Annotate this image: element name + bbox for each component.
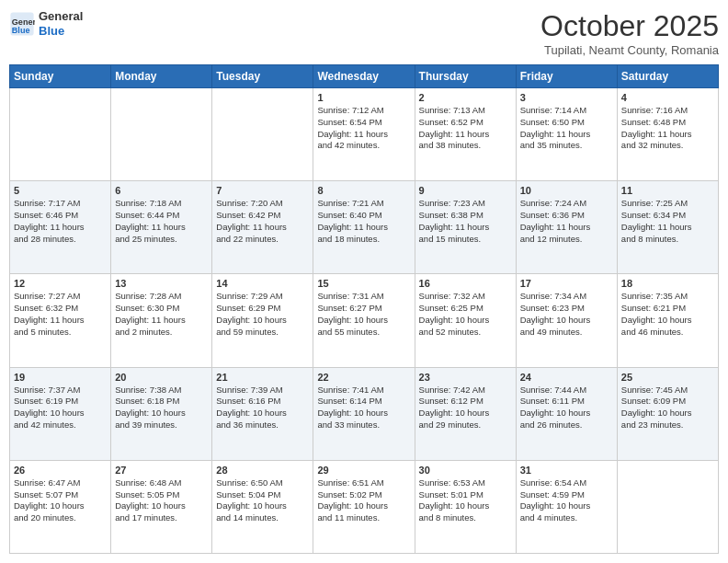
svg-text:Blue: Blue (12, 25, 30, 34)
day-info: Sunrise: 7:38 AM Sunset: 6:18 PM Dayligh… (115, 385, 208, 431)
day-number: 24 (520, 372, 613, 383)
day-number: 14 (216, 278, 309, 289)
calendar-cell: 28Sunrise: 6:50 AM Sunset: 5:04 PM Dayli… (212, 460, 313, 553)
day-info: Sunrise: 7:27 AM Sunset: 6:32 PM Dayligh… (14, 291, 107, 338)
calendar-cell: 31Sunrise: 6:54 AM Sunset: 4:59 PM Dayli… (516, 460, 617, 553)
day-number: 26 (14, 465, 107, 476)
day-number: 27 (115, 465, 208, 476)
calendar-cell: 14Sunrise: 7:29 AM Sunset: 6:29 PM Dayli… (212, 274, 313, 367)
calendar-cell: 19Sunrise: 7:37 AM Sunset: 6:19 PM Dayli… (10, 367, 111, 460)
day-info: Sunrise: 7:45 AM Sunset: 6:09 PM Dayligh… (621, 385, 714, 431)
day-info: Sunrise: 7:31 AM Sunset: 6:27 PM Dayligh… (317, 291, 410, 338)
logo-icon: General Blue (9, 11, 35, 37)
day-number: 20 (115, 372, 208, 383)
day-info: Sunrise: 7:41 AM Sunset: 6:14 PM Dayligh… (317, 385, 410, 431)
calendar-cell: 16Sunrise: 7:32 AM Sunset: 6:25 PM Dayli… (415, 274, 516, 367)
week-row-2: 12Sunrise: 7:27 AM Sunset: 6:32 PM Dayli… (10, 274, 719, 367)
day-number: 12 (14, 278, 107, 289)
calendar-cell: 3Sunrise: 7:14 AM Sunset: 6:50 PM Daylig… (516, 88, 617, 181)
weekday-header-friday: Friday (516, 65, 617, 88)
logo: General Blue General Blue (9, 9, 83, 38)
day-info: Sunrise: 7:20 AM Sunset: 6:42 PM Dayligh… (216, 198, 309, 245)
calendar-cell (10, 88, 111, 181)
day-info: Sunrise: 7:21 AM Sunset: 6:40 PM Dayligh… (317, 198, 410, 245)
day-info: Sunrise: 7:39 AM Sunset: 6:16 PM Dayligh… (216, 385, 309, 431)
day-info: Sunrise: 7:28 AM Sunset: 6:30 PM Dayligh… (115, 291, 208, 338)
calendar-cell: 10Sunrise: 7:24 AM Sunset: 6:36 PM Dayli… (516, 181, 617, 274)
weekday-header-wednesday: Wednesday (313, 65, 415, 88)
logo-blue-text: Blue (39, 24, 83, 39)
calendar-cell: 12Sunrise: 7:27 AM Sunset: 6:32 PM Dayli… (10, 274, 111, 367)
calendar-cell: 30Sunrise: 6:53 AM Sunset: 5:01 PM Dayli… (415, 460, 516, 553)
calendar-cell: 24Sunrise: 7:44 AM Sunset: 6:11 PM Dayli… (516, 367, 617, 460)
day-number: 9 (419, 185, 512, 196)
day-number: 11 (621, 185, 714, 196)
calendar-cell: 22Sunrise: 7:41 AM Sunset: 6:14 PM Dayli… (313, 367, 415, 460)
calendar-cell: 7Sunrise: 7:20 AM Sunset: 6:42 PM Daylig… (212, 181, 313, 274)
day-number: 3 (520, 92, 613, 103)
week-row-0: 1Sunrise: 7:12 AM Sunset: 6:54 PM Daylig… (10, 88, 719, 181)
weekday-header-sunday: Sunday (10, 65, 111, 88)
week-row-1: 5Sunrise: 7:17 AM Sunset: 6:46 PM Daylig… (10, 181, 719, 274)
calendar-cell: 29Sunrise: 6:51 AM Sunset: 5:02 PM Dayli… (313, 460, 415, 553)
calendar-cell: 20Sunrise: 7:38 AM Sunset: 6:18 PM Dayli… (111, 367, 212, 460)
day-number: 25 (621, 372, 714, 383)
calendar-cell: 23Sunrise: 7:42 AM Sunset: 6:12 PM Dayli… (415, 367, 516, 460)
day-info: Sunrise: 7:24 AM Sunset: 6:36 PM Dayligh… (520, 198, 613, 245)
day-info: Sunrise: 7:18 AM Sunset: 6:44 PM Dayligh… (115, 198, 208, 245)
logo-general-text: General (39, 9, 83, 24)
day-info: Sunrise: 7:37 AM Sunset: 6:19 PM Dayligh… (14, 385, 107, 431)
day-info: Sunrise: 7:14 AM Sunset: 6:50 PM Dayligh… (520, 105, 613, 152)
week-row-4: 26Sunrise: 6:47 AM Sunset: 5:07 PM Dayli… (10, 460, 719, 553)
header: General Blue General Blue October 2025 T… (9, 9, 719, 57)
calendar-cell: 15Sunrise: 7:31 AM Sunset: 6:27 PM Dayli… (313, 274, 415, 367)
calendar-cell: 18Sunrise: 7:35 AM Sunset: 6:21 PM Dayli… (617, 274, 718, 367)
day-number: 16 (419, 278, 512, 289)
location-subtitle: Tupilati, Neamt County, Romania (540, 43, 719, 57)
day-info: Sunrise: 7:17 AM Sunset: 6:46 PM Dayligh… (14, 198, 107, 245)
day-number: 10 (520, 185, 613, 196)
day-info: Sunrise: 7:32 AM Sunset: 6:25 PM Dayligh… (419, 291, 512, 338)
week-row-3: 19Sunrise: 7:37 AM Sunset: 6:19 PM Dayli… (10, 367, 719, 460)
calendar-cell: 25Sunrise: 7:45 AM Sunset: 6:09 PM Dayli… (617, 367, 718, 460)
weekday-header-saturday: Saturday (617, 65, 718, 88)
day-number: 2 (419, 92, 512, 103)
day-info: Sunrise: 6:47 AM Sunset: 5:07 PM Dayligh… (14, 477, 107, 524)
weekday-header-thursday: Thursday (415, 65, 516, 88)
day-number: 23 (419, 372, 512, 383)
calendar-cell: 9Sunrise: 7:23 AM Sunset: 6:38 PM Daylig… (415, 181, 516, 274)
day-number: 1 (317, 92, 410, 103)
day-number: 21 (216, 372, 309, 383)
day-number: 18 (621, 278, 714, 289)
day-info: Sunrise: 6:50 AM Sunset: 5:04 PM Dayligh… (216, 477, 309, 524)
day-number: 31 (520, 465, 613, 476)
calendar-cell (212, 88, 313, 181)
calendar-cell: 26Sunrise: 6:47 AM Sunset: 5:07 PM Dayli… (10, 460, 111, 553)
day-info: Sunrise: 7:29 AM Sunset: 6:29 PM Dayligh… (216, 291, 309, 338)
day-number: 17 (520, 278, 613, 289)
day-number: 8 (317, 185, 410, 196)
day-info: Sunrise: 6:53 AM Sunset: 5:01 PM Dayligh… (419, 477, 512, 524)
calendar-cell: 2Sunrise: 7:13 AM Sunset: 6:52 PM Daylig… (415, 88, 516, 181)
day-info: Sunrise: 7:23 AM Sunset: 6:38 PM Dayligh… (419, 198, 512, 245)
day-info: Sunrise: 7:34 AM Sunset: 6:23 PM Dayligh… (520, 291, 613, 338)
day-number: 30 (419, 465, 512, 476)
weekday-header-tuesday: Tuesday (212, 65, 313, 88)
day-info: Sunrise: 7:35 AM Sunset: 6:21 PM Dayligh… (621, 291, 714, 338)
day-info: Sunrise: 7:42 AM Sunset: 6:12 PM Dayligh… (419, 385, 512, 431)
day-number: 5 (14, 185, 107, 196)
calendar-cell: 5Sunrise: 7:17 AM Sunset: 6:46 PM Daylig… (10, 181, 111, 274)
calendar-cell: 21Sunrise: 7:39 AM Sunset: 6:16 PM Dayli… (212, 367, 313, 460)
calendar-cell: 4Sunrise: 7:16 AM Sunset: 6:48 PM Daylig… (617, 88, 718, 181)
day-info: Sunrise: 7:12 AM Sunset: 6:54 PM Dayligh… (317, 105, 410, 152)
day-info: Sunrise: 7:16 AM Sunset: 6:48 PM Dayligh… (621, 105, 714, 152)
day-number: 22 (317, 372, 410, 383)
calendar-cell: 1Sunrise: 7:12 AM Sunset: 6:54 PM Daylig… (313, 88, 415, 181)
day-number: 13 (115, 278, 208, 289)
calendar-cell: 27Sunrise: 6:48 AM Sunset: 5:05 PM Dayli… (111, 460, 212, 553)
day-number: 7 (216, 185, 309, 196)
calendar-cell: 6Sunrise: 7:18 AM Sunset: 6:44 PM Daylig… (111, 181, 212, 274)
day-info: Sunrise: 7:44 AM Sunset: 6:11 PM Dayligh… (520, 385, 613, 431)
day-number: 4 (621, 92, 714, 103)
calendar-cell: 13Sunrise: 7:28 AM Sunset: 6:30 PM Dayli… (111, 274, 212, 367)
